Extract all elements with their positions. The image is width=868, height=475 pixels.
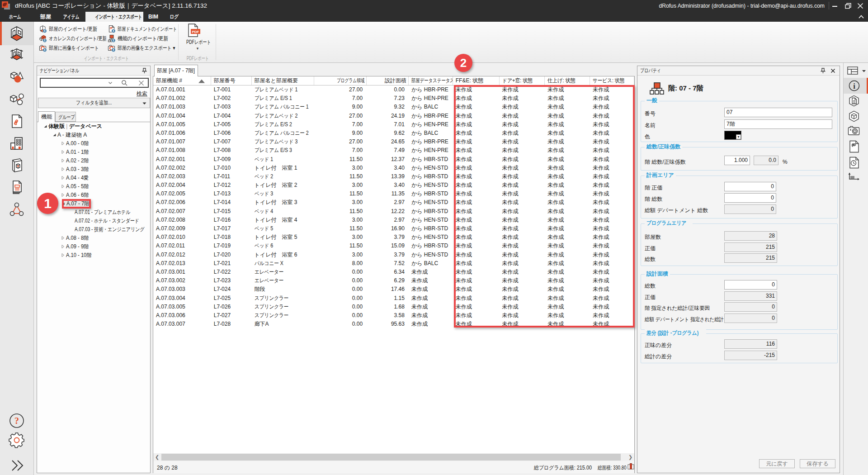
- svg-text:PDF: PDF: [192, 30, 199, 34]
- svg-text:i: i: [853, 82, 855, 90]
- svg-text:?: ?: [14, 416, 19, 426]
